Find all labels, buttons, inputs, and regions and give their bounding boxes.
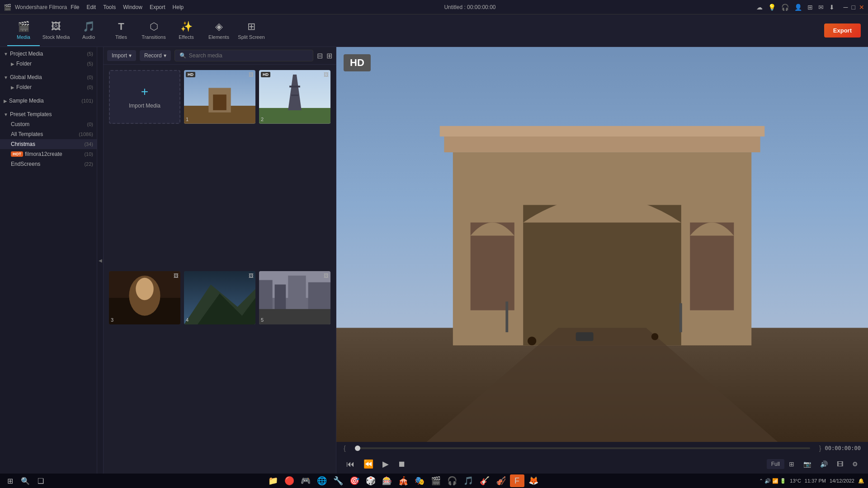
taskbar-app10[interactable]: 🎭 (412, 474, 427, 487)
taskbar-chrome[interactable]: 🌐 (315, 474, 329, 487)
taskbar-app8[interactable]: 🎰 (380, 474, 394, 487)
lightbulb-icon[interactable]: 💡 (768, 4, 776, 11)
taskbar-app7[interactable]: 🎲 (363, 474, 378, 487)
tree-folder-project[interactable]: ▶ Folder (5) (0, 59, 97, 69)
scrubber-track[interactable] (355, 447, 810, 449)
toolbar-transitions[interactable]: ⬡ Transitions (137, 15, 170, 46)
start-button[interactable]: ⊞ (4, 474, 16, 487)
tree-custom[interactable]: Custom (0) (0, 119, 97, 129)
volume-button[interactable]: 🔊 (816, 459, 832, 469)
fit-frame-button[interactable]: ⊞ (784, 459, 799, 469)
menu-tools[interactable]: Tools (103, 4, 116, 10)
grid-icon[interactable]: ⊞ (807, 4, 813, 11)
titles-label: Titles (115, 34, 127, 40)
play-button[interactable]: ▶ (378, 457, 393, 471)
taskbar-app3[interactable]: 🎮 (298, 474, 313, 487)
grid-view-icon[interactable]: ⊞ (326, 52, 332, 60)
menu-file[interactable]: File (71, 4, 79, 10)
import-chevron-icon: ▾ (129, 52, 132, 59)
svg-rect-26 (523, 205, 681, 346)
taskbar-app17[interactable]: 🦊 (526, 474, 541, 487)
menu-edit[interactable]: Edit (87, 4, 96, 10)
toolbar-media[interactable]: 🎬 Media (7, 15, 40, 46)
tree-folder-global[interactable]: ▶ Folder (0) (0, 82, 97, 92)
titlebar: 🎬 Wondershare Filmora File Edit Tools Wi… (0, 0, 868, 14)
tree-label-endscreens: EndScreens (11, 161, 84, 167)
taskbar-app15[interactable]: 🎻 (494, 474, 508, 487)
search-box[interactable]: 🔍 (175, 50, 313, 61)
menu-export[interactable]: Export (150, 4, 165, 10)
tree-count-folder-global: (0) (87, 84, 93, 90)
taskview-button[interactable]: ❑ (34, 474, 47, 487)
toolbar-effects[interactable]: ✨ Effects (170, 15, 203, 46)
search-input[interactable] (189, 52, 308, 59)
mail-icon[interactable]: ✉ (818, 4, 824, 11)
taskbar-explorer[interactable]: 📁 (266, 474, 280, 487)
tree-endscreens[interactable]: EndScreens (22) (0, 159, 97, 169)
notification-icon[interactable]: 🔔 (858, 478, 864, 484)
scrubber-thumb[interactable] (355, 446, 360, 451)
toolbar-audio[interactable]: 🎵 Audio (72, 15, 105, 46)
taskbar-spotify[interactable]: 🎵 (461, 474, 476, 487)
menu-help[interactable]: Help (173, 4, 184, 10)
tree-all-templates[interactable]: All Templates (1086) (0, 129, 97, 139)
taskbar-filmora[interactable]: F (510, 474, 524, 487)
split-screen-label: Split Screen (238, 34, 264, 40)
step-back-button[interactable]: ⏪ (359, 457, 378, 471)
rewind-button[interactable]: ⏮ (342, 458, 359, 471)
taskbar-app9[interactable]: 🎪 (396, 474, 410, 487)
panel-collapse-button[interactable]: ◀ (97, 47, 104, 474)
headset-icon[interactable]: 🎧 (781, 4, 789, 11)
media-item-1[interactable]: HD 🖼 1 (184, 70, 255, 124)
snapshot-button[interactable]: 📷 (799, 459, 816, 469)
media-item-3[interactable]: 🖼 3 (109, 271, 180, 325)
user-icon[interactable]: 👤 (794, 4, 802, 11)
import-media-cell[interactable]: + Import Media (109, 70, 180, 124)
scrubber-bar: { } 00:00:00:00 (336, 442, 868, 455)
settings-button[interactable]: ⚙ (848, 459, 863, 469)
taskbar-app2[interactable]: 🔴 (282, 474, 297, 487)
export-button[interactable]: Export (824, 23, 861, 38)
toolbar-split-screen[interactable]: ⊞ Split Screen (235, 15, 268, 46)
close-button[interactable]: ✕ (859, 4, 864, 11)
taskbar-app14[interactable]: 🎸 (477, 474, 492, 487)
download-icon[interactable]: ⬇ (829, 4, 835, 11)
tree-count-folder-project: (5) (87, 61, 93, 66)
cloud-icon[interactable]: ☁ (756, 4, 763, 11)
tree-christmas[interactable]: Christmas (34) (0, 139, 97, 149)
toolbar-stock-media[interactable]: 🖼 Stock Media (40, 15, 72, 46)
record-button[interactable]: Record ▾ (140, 50, 171, 61)
stop-button[interactable]: ⏹ (393, 458, 410, 471)
import-button[interactable]: Import ▾ (107, 50, 136, 61)
search-taskbar-button[interactable]: 🔍 (19, 474, 32, 487)
tree-filmora12create[interactable]: HOT filmora12create (10) (0, 149, 97, 159)
effects-icon: ✨ (180, 21, 193, 33)
audio-icon: 🎵 (83, 21, 95, 33)
expand-arrow-global: ▼ (4, 75, 8, 80)
tree-label-folder-project: Folder (16, 61, 87, 67)
media-item-2[interactable]: HD 🖼 2 (259, 70, 330, 124)
filter-icon[interactable]: ⊟ (317, 52, 323, 60)
maximize-button[interactable]: □ (852, 4, 855, 11)
tree-global-media[interactable]: ▼ Global Media (0) (0, 72, 97, 82)
media-item-4[interactable]: 🖼 4 (184, 271, 255, 325)
stock-media-label: Stock Media (42, 34, 70, 40)
search-icon: 🔍 (179, 52, 186, 59)
taskbar-app6[interactable]: 🎯 (347, 474, 362, 487)
menu-window[interactable]: Window (123, 4, 142, 10)
fullscreen-button[interactable]: Full (767, 459, 784, 469)
media-panel: Import ▾ Record ▾ 🔍 ⊟ ⊞ + Import Media (104, 47, 336, 474)
taskbar-app12[interactable]: 🎧 (445, 474, 459, 487)
taskbar-left: ⊞ 🔍 ❑ (4, 474, 47, 487)
toolbar-elements[interactable]: ◈ Elements (203, 15, 235, 46)
minimize-button[interactable]: ─ (844, 4, 848, 11)
toolbar-titles[interactable]: T Titles (105, 15, 137, 46)
tree-sample-media[interactable]: ▶ Sample Media (101) (0, 96, 97, 106)
media-item-5[interactable]: 🖼 5 (259, 271, 330, 325)
tree-preset-templates[interactable]: ▼ Preset Templates (0, 109, 97, 119)
render-button[interactable]: 🎞 (832, 459, 848, 469)
taskbar-app11[interactable]: 🎬 (429, 474, 443, 487)
taskbar-app5[interactable]: 🔧 (331, 474, 345, 487)
tree-project-media[interactable]: ▼ Project Media (5) (0, 49, 97, 59)
svg-rect-7 (289, 86, 300, 88)
